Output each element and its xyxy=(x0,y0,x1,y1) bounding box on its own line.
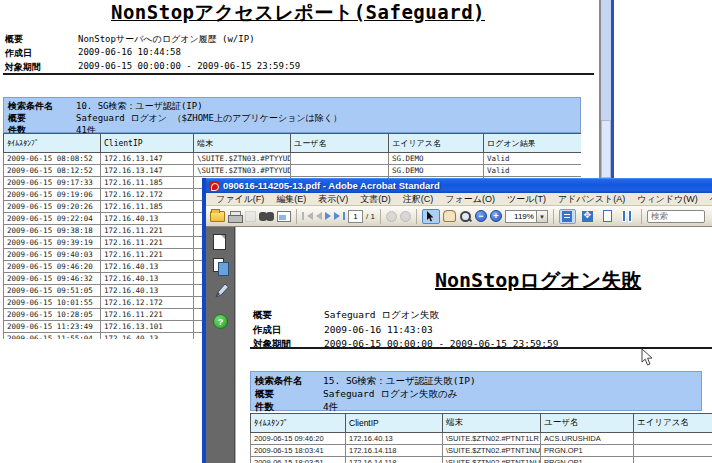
table-cell: \SUITE.$ZTN02.#PTNT1LR xyxy=(443,433,541,445)
title-bar[interactable]: 090616-114205-13.pdf - Adobe Acrobat Sta… xyxy=(206,178,712,193)
table-cell: 172.16.40.13 xyxy=(101,285,194,297)
table-cell: SG.DEMO xyxy=(389,153,484,165)
field-label: 作成日 xyxy=(5,47,32,60)
snapshot-icon[interactable] xyxy=(277,211,291,222)
acrobat-window: 090616-114205-13.pdf - Adobe Acrobat Sta… xyxy=(202,178,712,463)
open-file-icon[interactable] xyxy=(210,211,225,222)
screen: NonStopアクセスレポート(Safeguard) 概要 NonStopサーバ… xyxy=(0,0,712,463)
column-header: ユーザ名 xyxy=(541,414,634,433)
page-number-input[interactable] xyxy=(348,210,363,223)
table-cell: 172.16.40.13 xyxy=(101,213,194,225)
menu-item[interactable]: 注釈(C) xyxy=(397,193,440,206)
help-icon[interactable]: ? xyxy=(213,314,228,329)
zoom-in-icon[interactable]: + xyxy=(490,210,502,222)
table-cell xyxy=(634,445,712,457)
menu-item[interactable]: ツール(T) xyxy=(501,193,552,206)
table-cell: 172.16.13.101 xyxy=(101,321,194,333)
facing-pages-button[interactable] xyxy=(619,209,636,224)
scrollbar-thumb[interactable] xyxy=(601,120,611,178)
window-body: ? NonStopログオン失敗 概要 Safeguard ログオン失敗 作成日 … xyxy=(206,227,712,463)
table-row: 2009-06-15 09:46:20 172.16.40.13 \SUITE.… xyxy=(251,433,712,445)
menu-bar: ファイル(F) 編集(E) 表示(V) 文書(D) 注釈(C) フォーム(O) … xyxy=(206,193,712,206)
table-cell: 172.16.40.13 xyxy=(346,433,443,445)
menu-item[interactable]: 編集(E) xyxy=(270,193,312,206)
toolbar-separator xyxy=(380,209,381,224)
table-cell: 172.16.13.147 xyxy=(101,153,194,165)
table-cell: 2009-06-15 08:12:52 xyxy=(4,165,101,177)
table-cell: 2009-06-15 09:39:19 xyxy=(4,237,101,249)
search-input[interactable] xyxy=(647,210,705,223)
table-cell: 2009-06-15 09:46:20 xyxy=(251,433,346,445)
criteria-label: 検索条件名 xyxy=(255,375,303,388)
table-cell: 172.16.11.221 xyxy=(101,309,194,321)
table-cell: 2009-06-15 08:08:52 xyxy=(4,153,101,165)
column-header: 端末 xyxy=(443,414,541,433)
toolbar-separator xyxy=(416,209,417,224)
toolbar-separator xyxy=(641,209,642,224)
single-page-button[interactable] xyxy=(599,209,616,224)
select-tool-button[interactable] xyxy=(422,209,440,224)
field-label: 概要 xyxy=(5,33,23,46)
table-cell: 2009-06-15 10:01:55 xyxy=(4,297,101,309)
pdf-search-criteria-box: 検索条件名 15. SG検索：ユーザ認証失敗(IP) 概要 Safeguard … xyxy=(250,371,702,411)
previous-view-icon[interactable] xyxy=(386,211,397,222)
table-cell: SG.DEMO xyxy=(389,165,484,177)
column-header: 端末 xyxy=(194,134,291,153)
mouse-cursor xyxy=(641,348,654,367)
table-cell: 2009-06-15 09:46:20 xyxy=(4,261,101,273)
toolbar-separator xyxy=(296,209,297,224)
menu-item[interactable]: ウィンドウ(W) xyxy=(631,193,704,206)
last-page-button[interactable] xyxy=(334,212,345,220)
chevron-down-icon[interactable]: ▼ xyxy=(537,210,548,223)
logon-failure-table: ﾀｲﾑｽﾀﾝﾌﾟ ClientIP 端末 ユーザ名 エイリアス名 xyxy=(250,413,712,463)
comments-pencil-icon[interactable] xyxy=(213,283,229,299)
menu-item[interactable]: 表示(V) xyxy=(312,193,354,206)
hand-tool-icon[interactable] xyxy=(443,210,456,222)
table-cell: 172.16.11.221 xyxy=(101,237,194,249)
menu-item[interactable]: ファイル(F) xyxy=(210,193,270,206)
column-header: ユーザ名 xyxy=(291,134,389,153)
fit-page-button[interactable] xyxy=(579,209,596,224)
table-header-row: ﾀｲﾑｽﾀﾝﾌﾟ ClientIP 端末 ユーザ名 エイリアス名 xyxy=(251,414,712,433)
table-row: 2009-06-15 18:03:51 172.16.14.118 \SUITE… xyxy=(251,457,712,463)
table-cell: ACS.URUSHIDA xyxy=(541,433,634,445)
bookmarks-panel-icon[interactable] xyxy=(213,258,229,275)
next-view-icon[interactable] xyxy=(400,211,411,222)
zoom-level-value[interactable]: 119% xyxy=(505,210,537,223)
print-icon[interactable] xyxy=(228,211,242,222)
table-cell: 172.16.14.118 xyxy=(346,445,443,457)
table-cell: PRGN.OP1 xyxy=(541,445,634,457)
previous-page-button[interactable] xyxy=(316,212,322,220)
zoom-marquee-icon[interactable] xyxy=(459,210,472,223)
select-arrow-icon xyxy=(426,211,435,222)
table-row: 2009-06-15 18:03:41 172.16.14.118 \SUITE… xyxy=(251,445,712,457)
search-criteria-box: 検索条件名 10. SG検索：ユーザ認証(IP) 概要 Safeguard ログ… xyxy=(3,97,581,133)
search-binoculars-icon[interactable] xyxy=(259,211,274,222)
acrobat-app-icon xyxy=(209,181,219,191)
zoom-out-icon[interactable]: − xyxy=(475,210,487,222)
table-cell: 172.16.11.221 xyxy=(101,225,194,237)
field-label: 作成日 xyxy=(253,324,282,337)
column-header: ClientIP xyxy=(101,134,194,153)
save-icon[interactable] xyxy=(245,211,256,222)
table-cell: 172.16.11.185 xyxy=(101,177,194,189)
table-cell: 172.16.12.172 xyxy=(101,189,194,201)
table-cell: 2009-06-15 18:03:51 xyxy=(251,457,346,463)
table-cell: 2009-06-15 18:03:41 xyxy=(251,445,346,457)
menu-item[interactable]: ヘルプ(H) xyxy=(704,193,712,206)
pdf-document-pane: NonStopログオン失敗 概要 Safeguard ログオン失敗 作成日 20… xyxy=(235,227,712,463)
menu-item[interactable]: 文書(D) xyxy=(354,193,397,206)
menu-item[interactable]: アドバンスト(A) xyxy=(552,193,631,206)
table-cell: PRGN.OP1 xyxy=(541,457,634,463)
toolbar: / 1 − + 119% ▼ xyxy=(206,206,712,227)
scrolling-mode-button[interactable] xyxy=(559,209,576,224)
divider xyxy=(3,73,594,75)
next-page-button[interactable] xyxy=(325,212,331,220)
toolbar-separator xyxy=(553,209,554,224)
pages-panel-icon[interactable] xyxy=(213,234,226,250)
table-header-row: ﾀｲﾑｽﾀﾝﾌﾟ ClientIP 端末 ユーザ名 エイリアス名 ログオン結果 xyxy=(4,134,582,153)
first-page-button[interactable] xyxy=(302,212,313,220)
zoom-level-control[interactable]: 119% ▼ xyxy=(505,210,548,223)
menu-item[interactable]: フォーム(O) xyxy=(439,193,501,206)
column-header: ログオン結果 xyxy=(484,134,582,153)
